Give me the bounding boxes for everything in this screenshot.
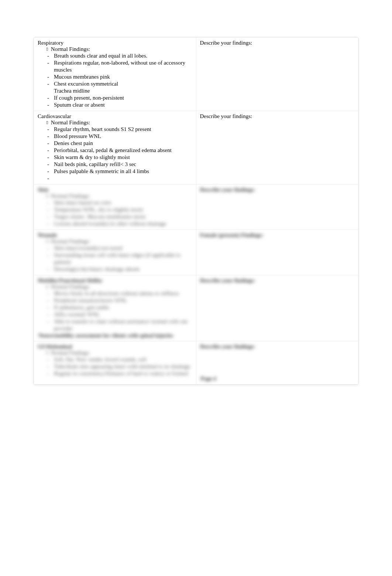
list-item: Turgor elastic. Mucous membranes moist <box>54 213 193 220</box>
system-heading: Mobility/Functional Ability <box>38 277 193 284</box>
list-item: ADLs normal/ WNL <box>54 311 193 318</box>
system-cell: Respiratory▯ Normal Findings:Breath soun… <box>34 38 196 111</box>
list-item: Skin intact/wound(s) not noted <box>54 245 193 252</box>
square-bullet-icon: ▯ <box>45 194 49 198</box>
list-item: Mucous membranes pink <box>54 73 193 80</box>
list-item: Soft, flat. Non- tender, bowel sounds, s… <box>54 356 193 363</box>
page-number: Page 4 <box>200 376 355 382</box>
findings-label: Female (present) Findings: <box>200 232 355 238</box>
list-item: If ambulatory, gait stable <box>54 304 193 311</box>
list-item: Dressing(s) dry/intact; drainage absent <box>54 266 193 273</box>
list-item: Sputum clear or absent <box>54 101 193 108</box>
table-row: Mobility/Functional Ability▯ Normal Find… <box>34 275 358 341</box>
normal-findings-label: ▯ Normal Findings: <box>38 193 193 199</box>
normal-findings-label: ▯ Normal Findings: <box>38 120 193 126</box>
list-item: Trachea midline <box>54 87 193 94</box>
list-item: Skin intact based on color <box>54 199 193 206</box>
list-item: Chest excursion symmetrical <box>54 80 193 87</box>
normal-findings-text: Normal Findings: <box>51 350 90 356</box>
section-note: Neuro/mobility assessment for clients wi… <box>38 332 193 339</box>
table-row: GI/Abdominal▯ Normal Findings:Soft, flat… <box>34 341 358 384</box>
findings-label: Describe your findings: <box>200 344 355 350</box>
list-item: Nail beds pink, capillary refill< 3 sec <box>54 161 193 168</box>
list-item: Regular rhythm, heart sounds S1 S2 prese… <box>54 126 193 133</box>
system-cell: Mobility/Functional Ability▯ Normal Find… <box>34 275 196 341</box>
normal-findings-list: Moves freely in all directions without e… <box>38 290 193 332</box>
system-cell: Skin▯ Normal Findings:Skin intact based … <box>34 184 196 230</box>
square-bullet-icon: ▯ <box>45 284 49 289</box>
list-item: Lesions absent/wound(s) in other without… <box>54 220 193 227</box>
system-heading: Cardiovascular <box>38 113 193 120</box>
findings-label: Describe your findings: <box>200 277 355 284</box>
findings-cell: Describe your findings: <box>196 275 358 341</box>
normal-findings-label: ▯ Normal Findings: <box>38 350 193 356</box>
system-heading: Wounds <box>38 232 193 238</box>
list-item: Able to transfer to chair without assist… <box>54 318 193 332</box>
list-item: Blood pressure WNL <box>54 133 193 140</box>
findings-cell: Describe your findings: <box>196 111 358 184</box>
findings-label: Describe your findings: <box>200 113 355 120</box>
normal-findings-list: Soft, flat. Non- tender, bowel sounds, s… <box>38 356 193 377</box>
list-item: Periorbital, sacral, pedal & generalized… <box>54 147 193 154</box>
system-cell: Wounds▯ Normal Findings:Skin intact/woun… <box>34 230 196 275</box>
findings-cell: Describe your findings: <box>196 38 358 111</box>
list-item: Temperature WNL, dry to slightly moist <box>54 206 193 213</box>
findings-cell: Describe your findings: <box>196 184 358 230</box>
square-bullet-icon: ▯ <box>45 120 49 124</box>
normal-findings-text: Normal Findings: <box>51 120 90 125</box>
system-cell: Cardiovascular▯ Normal Findings:Regular … <box>34 111 196 184</box>
list-item: Surrounding tissue soft with intact edge… <box>54 252 193 266</box>
normal-findings-list: Breath sounds clear and equal in all lob… <box>38 52 193 108</box>
list-item: Peripheral sensation/motor WNL <box>54 297 193 304</box>
normal-findings-text: Normal Findings: <box>51 284 90 290</box>
assessment-sheet: Respiratory▯ Normal Findings:Breath soun… <box>33 37 359 385</box>
list-item: If cough present, non-persistent <box>54 94 193 101</box>
normal-findings-label: ▯ Normal Findings: <box>38 46 193 52</box>
list-item: Denies chest pain <box>54 140 193 147</box>
normal-findings-text: Normal Findings: <box>51 46 90 52</box>
list-item: Regular in consistency/firmness of hard … <box>54 370 193 377</box>
list-item <box>54 175 193 182</box>
findings-cell: Female (present) Findings: <box>196 230 358 275</box>
normal-findings-list: Regular rhythm, heart sounds S1 S2 prese… <box>38 126 193 182</box>
table-row: Wounds▯ Normal Findings:Skin intact/woun… <box>34 230 358 275</box>
system-heading: Skin <box>38 187 193 193</box>
table-row: Respiratory▯ Normal Findings:Breath soun… <box>34 38 358 111</box>
square-bullet-icon: ▯ <box>45 47 49 51</box>
findings-cell: Describe your findings:Page 4 <box>196 341 358 384</box>
normal-findings-text: Normal Findings: <box>51 193 90 199</box>
list-item: Skin warm & dry to slightly moist <box>54 154 193 161</box>
system-cell: GI/Abdominal▯ Normal Findings:Soft, flat… <box>34 341 196 384</box>
square-bullet-icon: ▯ <box>45 239 49 243</box>
normal-findings-label: ▯ Normal Findings: <box>38 238 193 245</box>
normal-findings-list: Skin intact/wound(s) not notedSurroundin… <box>38 245 193 273</box>
table-row: Skin▯ Normal Findings:Skin intact based … <box>34 184 358 230</box>
list-item: Tube/drain sites appearing intact with m… <box>54 363 193 370</box>
normal-findings-label: ▯ Normal Findings: <box>38 284 193 290</box>
findings-label: Describe your findings: <box>200 40 355 46</box>
findings-label: Describe your findings: <box>200 187 355 193</box>
system-heading: GI/Abdominal <box>38 344 193 350</box>
list-item: Moves freely in all directions without e… <box>54 290 193 297</box>
assessment-table: Respiratory▯ Normal Findings:Breath soun… <box>34 37 358 384</box>
square-bullet-icon: ▯ <box>45 351 49 355</box>
list-item: Pulses palpable & symmetric in all 4 lim… <box>54 168 193 175</box>
system-heading: Respiratory <box>38 40 193 46</box>
normal-findings-list: Skin intact based on colorTemperature WN… <box>38 199 193 227</box>
list-item: Breath sounds clear and equal in all lob… <box>54 52 193 59</box>
table-row: Cardiovascular▯ Normal Findings:Regular … <box>34 111 358 184</box>
list-item: Respirations regular, non-labored, witho… <box>54 59 193 73</box>
normal-findings-text: Normal Findings: <box>51 238 90 244</box>
